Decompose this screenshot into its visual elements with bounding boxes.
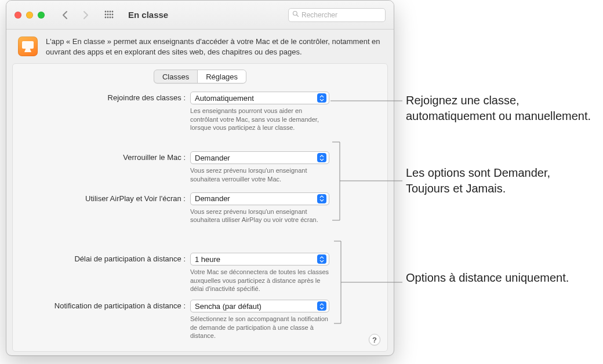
window-controls bbox=[14, 12, 45, 19]
svg-point-9 bbox=[107, 16, 109, 18]
airplay-desc: Vous serez prévenu lorsqu'un enseignant … bbox=[190, 208, 329, 224]
remote-timeout-label: Délai de participation à distance : bbox=[22, 253, 190, 263]
search-icon bbox=[292, 10, 299, 19]
callout-ask-options: Les options sont Demander, Toujours et J… bbox=[406, 165, 591, 196]
remote-timeout-popup[interactable]: 1 heure bbox=[190, 253, 329, 265]
lock-mac-value: Demander bbox=[195, 154, 317, 162]
popup-arrows-icon bbox=[317, 254, 326, 264]
join-classes-label: Rejoindre des classes : bbox=[22, 92, 190, 102]
body-panel: Classes Réglages Rejoindre des classes :… bbox=[12, 63, 388, 352]
help-button[interactable]: ? bbox=[369, 334, 380, 345]
search-field-wrapper[interactable] bbox=[288, 8, 386, 22]
join-classes-desc: Les enseignants pourront vous aider en c… bbox=[190, 107, 329, 132]
popup-arrows-icon bbox=[317, 93, 326, 103]
all-preferences-button[interactable] bbox=[104, 10, 114, 20]
search-input[interactable] bbox=[299, 11, 382, 19]
lock-mac-label: Verrouiller le Mac : bbox=[22, 151, 190, 162]
join-classes-popup[interactable]: Automatiquement bbox=[190, 92, 329, 104]
svg-point-6 bbox=[110, 13, 111, 15]
minimize-window-button[interactable] bbox=[26, 12, 33, 19]
svg-point-4 bbox=[105, 13, 107, 15]
titlebar: En classe bbox=[6, 1, 394, 30]
airplay-label: Utiliser AirPlay et Voir l'écran : bbox=[22, 192, 190, 203]
remote-sound-label: Notification de participation à distance… bbox=[22, 300, 190, 310]
forward-button[interactable] bbox=[81, 10, 90, 20]
zoom-window-button[interactable] bbox=[38, 12, 45, 19]
close-window-button[interactable] bbox=[14, 12, 21, 19]
remote-sound-popup[interactable]: Sencha (par défaut) bbox=[190, 300, 329, 312]
svg-point-11 bbox=[112, 16, 114, 18]
airplay-popup[interactable]: Demander bbox=[190, 192, 329, 205]
tab-settings[interactable]: Réglages bbox=[197, 70, 246, 83]
header-description: L'app « En classe » permet aux enseignan… bbox=[46, 37, 382, 57]
remote-sound-value: Sencha (par défaut) bbox=[195, 302, 317, 311]
classroom-app-icon bbox=[18, 37, 38, 56]
segmented-tabs: Classes Réglages bbox=[19, 70, 382, 83]
svg-point-7 bbox=[112, 13, 114, 15]
popup-arrows-icon bbox=[317, 301, 326, 311]
header-panel: L'app « En classe » permet aux enseignan… bbox=[6, 30, 394, 63]
callout-remote-only: Options à distance uniquement. bbox=[406, 270, 591, 286]
svg-point-8 bbox=[105, 16, 107, 18]
window-title: En classe bbox=[128, 10, 168, 20]
svg-point-0 bbox=[105, 10, 107, 12]
callout-join-classes: Rejoignez une classe, automatiquement ou… bbox=[406, 93, 591, 124]
svg-point-2 bbox=[110, 10, 111, 12]
svg-point-10 bbox=[110, 16, 111, 18]
popup-arrows-icon bbox=[317, 153, 326, 162]
nav-arrows bbox=[61, 10, 90, 20]
lock-mac-desc: Vous serez prévenu lorsqu'un enseignant … bbox=[190, 166, 329, 183]
svg-point-3 bbox=[112, 10, 114, 12]
tab-classes[interactable]: Classes bbox=[154, 70, 197, 83]
svg-point-5 bbox=[107, 13, 109, 15]
remote-timeout-desc: Votre Mac se déconnectera de toutes les … bbox=[190, 268, 329, 293]
preferences-window: En classe L'app « En classe » permet aux… bbox=[6, 0, 394, 356]
lock-mac-popup[interactable]: Demander bbox=[190, 151, 329, 164]
svg-point-1 bbox=[107, 10, 109, 12]
join-classes-value: Automatiquement bbox=[195, 94, 317, 103]
remote-timeout-value: 1 heure bbox=[195, 255, 317, 264]
remote-sound-desc: Sélectionnez le son accompagnant la noti… bbox=[190, 315, 329, 340]
back-button[interactable] bbox=[61, 10, 70, 20]
airplay-value: Demander bbox=[195, 194, 317, 203]
popup-arrows-icon bbox=[317, 194, 326, 203]
svg-line-13 bbox=[297, 15, 299, 17]
